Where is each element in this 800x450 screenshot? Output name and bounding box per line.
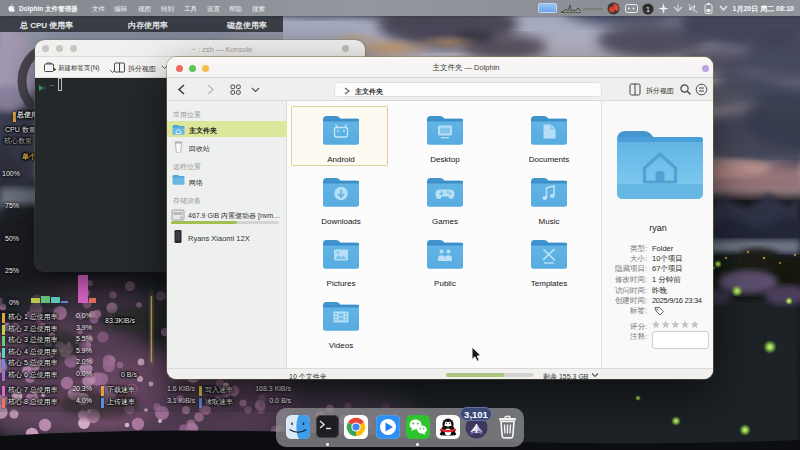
svg-text:1: 1 (646, 6, 650, 13)
